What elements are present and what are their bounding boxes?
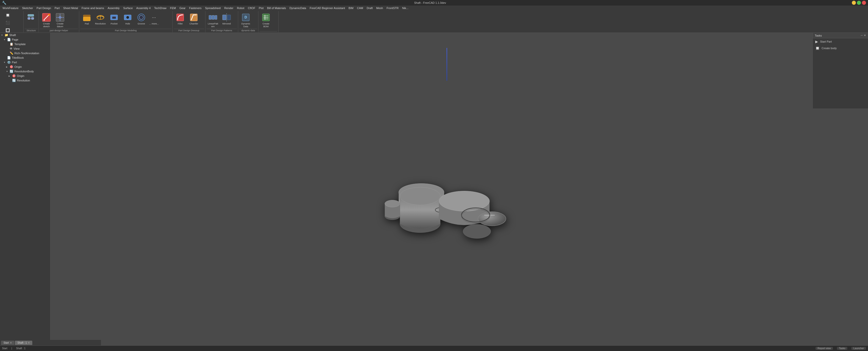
tree-item-titleblock[interactable]: 📄 TitleBlock xyxy=(0,56,50,60)
tree-label-origin2: Origin xyxy=(17,74,24,77)
hole-button[interactable]: Hole xyxy=(121,11,134,27)
bom-buttons: Create BOM xyxy=(259,11,273,31)
tree-item-view[interactable]: 👁 View xyxy=(0,46,50,51)
dynamic-data-button[interactable]: D Dynamic Data xyxy=(239,11,252,27)
menu-item-render[interactable]: Render xyxy=(223,6,235,10)
menu-item-bill-of-materials[interactable]: Bill of Materials xyxy=(266,6,288,10)
tab-shaft[interactable]: Shaft : 1 ✕ xyxy=(15,341,32,345)
menu-item-draft[interactable]: Draft xyxy=(365,6,374,10)
start-part-icon: ▶ xyxy=(815,40,818,44)
tree-item-shaft[interactable]: ▼ 📁 Shaft xyxy=(0,33,50,37)
create-bom-label: Create BOM xyxy=(260,23,272,28)
svg-rect-23 xyxy=(212,15,215,20)
titlebar: 🔧 Shaft - FreeCAD 1.1.0dev xyxy=(0,0,868,5)
start-part-label: Start Part xyxy=(820,40,832,43)
menu-item-cfiof[interactable]: CfIOF xyxy=(246,6,257,10)
menu-item-assembly-4[interactable]: Assembly 4 xyxy=(135,6,152,10)
menu-item-spreadsheet[interactable]: Spreadsheet xyxy=(204,6,222,10)
chamfer-button[interactable]: Chamfer xyxy=(187,11,200,27)
menu-item-freecad-beginner-assistant[interactable]: FreeCAD Beginner Assistant xyxy=(308,6,346,10)
part-design-helper-label: part-design-helper xyxy=(40,29,78,32)
menu-item-robot[interactable]: Robot xyxy=(236,6,246,10)
menu-item-surface[interactable]: Surface xyxy=(122,6,134,10)
menu-item-frontstr[interactable]: FrontSTR xyxy=(385,6,400,10)
part-design-helper-buttons: Create sketch Create datum xyxy=(40,11,67,29)
tree-item-template[interactable]: 📋 Template xyxy=(0,42,50,46)
svg-rect-1 xyxy=(28,18,30,20)
menu-item-fem[interactable]: FEM xyxy=(168,6,177,10)
pad-button[interactable]: Pad xyxy=(80,11,93,27)
left-panel: ▼ 📁 Shaft ▼ 📄 Page 📋 Template 👁 View ✏️ … xyxy=(0,33,51,346)
maximize-button[interactable] xyxy=(857,1,861,5)
tabbar: Start ✕ Shaft : 1 ✕ xyxy=(0,340,101,346)
status-report-view[interactable]: Report view xyxy=(815,347,833,350)
tree-label-revolution-body: RevolutionBody xyxy=(14,70,34,73)
toolbar-group-structure: Structure xyxy=(24,11,39,32)
create-bom-button[interactable]: Create BOM xyxy=(259,11,273,27)
create-body-item[interactable]: 🔲 Create body xyxy=(813,45,868,52)
tab-start-close[interactable]: ✕ xyxy=(10,342,12,344)
svg-point-17 xyxy=(126,16,129,19)
tasks-title: Tasks xyxy=(815,34,822,37)
svg-rect-24 xyxy=(215,15,217,20)
create-sketch-button[interactable]: Create sketch xyxy=(40,11,53,27)
menu-item-plot[interactable]: Plot xyxy=(257,6,265,10)
menu-item-mesh[interactable]: Mesh xyxy=(375,6,384,10)
tree-item-revolution-leaf[interactable]: 🔄 Revolution xyxy=(0,78,50,83)
menu-item-fasteners[interactable]: Fasteners xyxy=(188,6,203,10)
tab-shaft-close[interactable]: ✕ xyxy=(28,342,30,344)
tab-start[interactable]: Start ✕ xyxy=(1,341,14,345)
menu-item-dynamicdata[interactable]: DynamicData xyxy=(288,6,308,10)
mirrored-label: Mirrored xyxy=(222,23,231,25)
svg-rect-15 xyxy=(112,17,116,19)
toolbar-area: 🔲 ⬛ 🔳 🔲 ▣ 🔷 Individual views xyxy=(0,10,868,33)
minimize-button[interactable] xyxy=(852,1,856,5)
viewport[interactable]: FRONT TOP R ⌂ ⚙ xyxy=(51,33,868,346)
more-button[interactable]: ⋯ ... more... xyxy=(148,11,159,27)
menu-item-sheet-metal[interactable]: Sheet Metal xyxy=(62,6,80,10)
tree-item-revolution-body[interactable]: ▼ 🔄 RevolutionBody xyxy=(0,69,50,74)
tree-item-page[interactable]: ▼ 📄 Page xyxy=(0,37,50,42)
tasks-minimize-btn[interactable]: ─ xyxy=(861,34,863,37)
svg-point-5 xyxy=(48,14,50,15)
menu-item-cam[interactable]: CAM xyxy=(355,6,365,10)
view-btn-2[interactable]: ⬛ xyxy=(2,19,13,26)
tree-label-page: Page xyxy=(12,38,19,41)
tree-item-origin[interactable]: ▶ 🎯 Origin xyxy=(0,65,50,69)
tree-item-rich-text[interactable]: ✏️ Rich-TextAnnotation xyxy=(0,51,50,56)
tree-item-part[interactable]: ▼ ⚙️ Part xyxy=(0,60,50,65)
status-tasks[interactable]: Tasks xyxy=(837,347,847,350)
pocket-button[interactable]: Pocket xyxy=(107,11,121,27)
menu-item-bim[interactable]: BIM xyxy=(347,6,355,10)
menu-item-frame-and-beams[interactable]: Frame and beams xyxy=(80,6,105,10)
structure-label: Structure xyxy=(25,29,38,32)
menu-item-sketcher[interactable]: Sketcher xyxy=(21,6,34,10)
create-datum-button[interactable]: Create datum xyxy=(54,11,67,27)
tasks-close-btn[interactable]: ✕ xyxy=(864,34,866,37)
menu-item-techdraw[interactable]: TechDraw xyxy=(153,6,168,10)
menu-item-nik...[interactable]: Nik... xyxy=(401,6,410,10)
modeling-buttons: Pad Revolution xyxy=(80,11,159,29)
tree-label-template: Template xyxy=(14,43,26,45)
menubar: WorkFeatureSketcherPart DesignPartSheet … xyxy=(0,5,868,10)
fillet-button[interactable]: Fillet xyxy=(174,11,187,27)
svg-point-19 xyxy=(139,15,143,20)
menu-item-assembly[interactable]: Assembly xyxy=(106,6,121,10)
tree-item-origin2[interactable]: ▶ 🎯 Origin xyxy=(0,74,50,78)
structure-btn-1[interactable] xyxy=(25,11,37,27)
view-btn-1[interactable]: 🔲 xyxy=(2,11,13,19)
start-part-item[interactable]: ▶ Start Part xyxy=(813,38,868,45)
close-button[interactable] xyxy=(862,1,866,5)
toolbar-group-patterns: LinearPattern Mirrored Part Design Patte… xyxy=(206,11,238,32)
menu-item-part[interactable]: Part xyxy=(53,6,61,10)
status-launcher[interactable]: Launcher xyxy=(851,347,866,350)
groove-button[interactable]: Groove xyxy=(135,11,148,27)
revolution-button[interactable]: Revolution xyxy=(94,11,107,27)
chamfer-label: Chamfer xyxy=(189,23,198,25)
menu-item-part-design[interactable]: Part Design xyxy=(35,6,53,10)
linear-pattern-button[interactable]: LinearPattern xyxy=(207,11,219,27)
status-separator-1: | xyxy=(11,347,12,350)
mirrored-button[interactable]: Mirrored xyxy=(220,11,233,27)
menu-item-gear[interactable]: Gear xyxy=(178,6,187,10)
menu-item-workfeature[interactable]: WorkFeature xyxy=(1,6,20,10)
